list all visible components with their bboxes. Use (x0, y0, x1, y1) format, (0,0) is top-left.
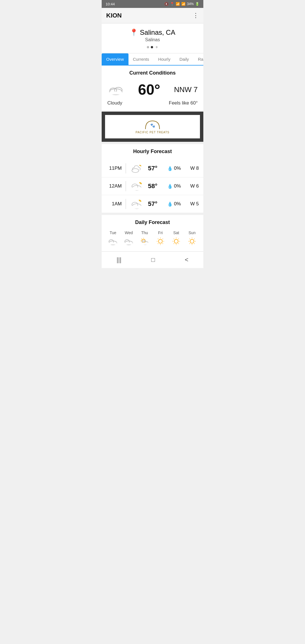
hourly-forecast-section: Hourly Forecast 11PM 57° 💧 0% W 8 12AM 5… (102, 144, 203, 213)
tabs-bar: Overview Currents Hourly Daily Radar › (102, 53, 203, 66)
home-button[interactable]: □ (146, 255, 161, 265)
status-icons: 🔇 📍 📶 📶 34% 🔋 (164, 2, 199, 6)
hourly-precip-11pm: 💧 0% (167, 166, 187, 171)
ad-inner[interactable]: 🐾 PACIFIC PET TREATS (105, 115, 200, 138)
cloud-icon (107, 84, 124, 95)
ad-arc-icon: 🐾 (144, 119, 161, 130)
svg-line-51 (194, 239, 195, 239)
battery-text: 34% (187, 2, 194, 6)
daily-col-fri: Fri (152, 230, 168, 246)
temperature-display: 60° (138, 81, 160, 98)
divider (126, 181, 126, 191)
daily-col-tue: Tue (105, 230, 121, 246)
daily-icon-thu (139, 237, 150, 246)
hourly-precip-12am: 💧 0% (167, 183, 187, 189)
location-name: 📍 Salinas, CA (106, 29, 199, 36)
daily-grid: Tue Wed Thu (105, 230, 200, 246)
tab-daily[interactable]: Daily (175, 53, 193, 65)
daily-day-wed: Wed (125, 230, 133, 235)
status-time: 10:44 (106, 2, 115, 6)
daily-icon-fri (155, 237, 166, 246)
daily-title: Daily Forecast (105, 219, 200, 225)
precip-pct-11pm: 0% (174, 166, 181, 171)
daily-day-thu: Thu (141, 230, 148, 235)
tab-currents[interactable]: Currents (128, 53, 154, 65)
svg-rect-26 (141, 243, 149, 245)
svg-line-50 (189, 239, 190, 239)
location-pin-icon: 📍 (130, 29, 138, 36)
feels-like-label: Feels like 60° (169, 100, 198, 106)
svg-line-34 (158, 243, 158, 244)
svg-rect-18 (125, 242, 133, 245)
ad-logo: 🐾 PACIFIC PET TREATS (136, 119, 169, 134)
svg-line-32 (158, 239, 158, 239)
divider (126, 163, 126, 173)
conditions-main-row: 60° NNW 7 (107, 81, 198, 98)
dot-2 (151, 46, 153, 48)
divider (126, 199, 126, 209)
daily-day-fri: Fri (158, 230, 163, 235)
svg-line-33 (163, 239, 163, 239)
wifi-icon: 📶 (176, 2, 180, 6)
droplet-icon-12am: 💧 (167, 184, 173, 189)
svg-text:🐾: 🐾 (150, 123, 155, 128)
hourly-wind-1am: W 5 (190, 201, 199, 207)
daily-col-sun: Sun (184, 230, 200, 246)
hourly-temp-11pm: 57° (148, 165, 165, 172)
daily-col-thu: Thu (137, 230, 152, 246)
condition-label: Cloudy (107, 100, 122, 106)
app-header: KION ⋮ (102, 8, 203, 23)
conditions-footer: Cloudy Feels like 60° (107, 100, 198, 106)
svg-point-36 (174, 239, 178, 243)
hourly-icon-11pm (130, 163, 143, 174)
daily-day-sun: Sun (189, 230, 196, 235)
tab-overview[interactable]: Overview (102, 53, 128, 65)
svg-line-44 (178, 243, 179, 244)
svg-rect-12 (132, 206, 142, 208)
hourly-wind-12am: W 6 (190, 183, 199, 189)
svg-rect-3 (110, 92, 122, 95)
daily-forecast-section: Daily Forecast Tue Wed Thu (102, 215, 203, 251)
add-location-icon[interactable]: + (155, 45, 158, 50)
hour-time-11pm: 11PM (106, 166, 122, 171)
hourly-temp-12am: 58° (148, 182, 165, 190)
daily-col-sat: Sat (168, 230, 184, 246)
app-title: KION (106, 12, 122, 19)
svg-line-35 (163, 243, 163, 244)
daily-icon-wed (123, 237, 134, 246)
svg-line-41 (174, 239, 174, 239)
signal-icon: 📶 (181, 2, 186, 6)
daily-icon-sun (187, 237, 197, 246)
daily-col-wed: Wed (121, 230, 137, 246)
precip-pct-1am: 0% (174, 201, 181, 207)
droplet-icon-1am: 💧 (167, 201, 173, 207)
current-conditions-section: Current Conditions 60° NNW 7 Cloudy Feel… (102, 66, 203, 112)
location-region: Salinas (106, 37, 199, 42)
hourly-row-12am: 12AM 58° 💧 0% W 6 (102, 177, 203, 195)
svg-rect-15 (109, 242, 117, 245)
battery-icon: 🔋 (195, 2, 199, 6)
hourly-row-1am: 1AM 57° 💧 0% W 5 (102, 195, 203, 213)
daily-icon-tue (108, 237, 118, 246)
hourly-row-11pm: 11PM 57° 💧 0% W 8 (102, 160, 203, 177)
hourly-icon-1am (130, 199, 143, 209)
svg-point-45 (190, 239, 194, 243)
bottom-nav: ||| □ < (102, 251, 203, 268)
tab-radar[interactable]: Radar (193, 53, 203, 65)
svg-line-43 (174, 243, 174, 244)
status-bar: 10:44 🔇 📍 📶 📶 34% 🔋 (102, 0, 203, 8)
ad-banner: 🐾 PACIFIC PET TREATS (102, 112, 203, 142)
mute-icon: 🔇 (164, 2, 169, 6)
menu-button[interactable]: ⋮ (193, 12, 199, 19)
daily-icon-sat (171, 237, 182, 246)
svg-line-52 (189, 243, 190, 244)
svg-line-23 (141, 239, 142, 239)
wind-display: NNW 7 (174, 85, 198, 94)
location-dots: + (106, 45, 199, 50)
back-button[interactable]: < (179, 255, 194, 265)
svg-line-42 (178, 239, 179, 239)
recent-apps-button[interactable]: ||| (111, 255, 127, 265)
tab-hourly[interactable]: Hourly (154, 53, 175, 65)
droplet-icon-11pm: 💧 (167, 166, 173, 171)
dot-1 (147, 46, 149, 48)
